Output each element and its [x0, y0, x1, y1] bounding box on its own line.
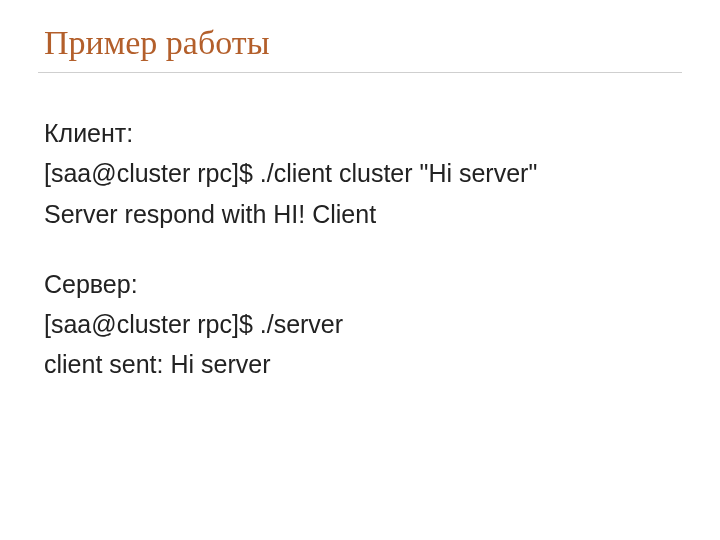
server-command: [saa@cluster rpc]$ ./server [44, 306, 676, 342]
client-output: Server respond with HI! Client [44, 196, 676, 232]
slide: Пример работы Клиент: [saa@cluster rpc]$… [0, 0, 720, 540]
client-label: Клиент: [44, 115, 676, 151]
slide-body: Клиент: [saa@cluster rpc]$ ./client clus… [44, 115, 676, 383]
title-divider [38, 72, 682, 73]
client-command: [saa@cluster rpc]$ ./client cluster "Hi … [44, 155, 676, 191]
blank-line [44, 236, 676, 266]
server-output: client sent: Hi server [44, 346, 676, 382]
slide-title: Пример работы [44, 24, 676, 62]
server-label: Сервер: [44, 266, 676, 302]
